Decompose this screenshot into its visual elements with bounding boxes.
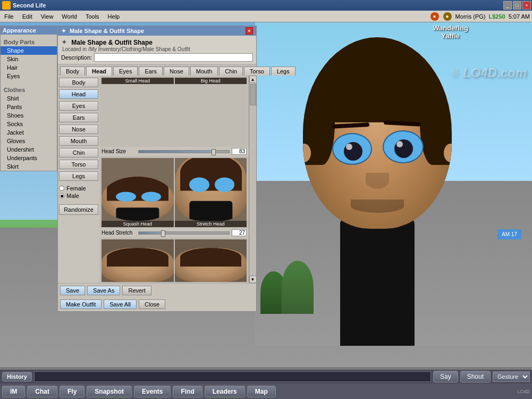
preview-cell-6[interactable] — [175, 239, 247, 282]
btn-nose[interactable]: Nose — [59, 124, 98, 134]
head-size-track[interactable] — [138, 150, 230, 153]
save-as-button[interactable]: Save As — [87, 286, 120, 295]
appearance-undershirt[interactable]: Undershirt — [1, 145, 57, 154]
find-button[interactable]: Find — [173, 386, 202, 397]
shout-button[interactable]: Shout — [460, 371, 491, 383]
menu-world[interactable]: World — [57, 12, 81, 21]
btn-head[interactable]: Head — [59, 89, 98, 99]
head-stretch-slider-row: Head Stretch 27 — [99, 228, 249, 237]
tab-legs[interactable]: Legs — [271, 66, 295, 76]
tab-nose[interactable]: Nose — [164, 66, 189, 76]
maximize-button[interactable]: □ — [513, 1, 521, 10]
map-button[interactable]: Map — [247, 386, 276, 397]
tab-chin[interactable]: Chin — [219, 66, 243, 76]
panel-footer-row: Make Outfit Save All Close — [58, 297, 256, 311]
menu-view[interactable]: View — [37, 12, 58, 21]
head-stretch-track[interactable] — [138, 231, 230, 235]
appearance-underpants[interactable]: Underpants — [1, 154, 57, 162]
preview-big-head[interactable]: Big Head — [175, 78, 247, 84]
appearance-socks[interactable]: Socks — [1, 120, 57, 128]
tab-torso[interactable]: Torso — [244, 66, 270, 76]
preview-grid: Small Head Big Head — [99, 76, 249, 101]
gender-female[interactable]: Female — [59, 185, 98, 192]
app-icon — [2, 1, 11, 10]
menu-bar: File Edit View World Tools Help ● ● Morr… — [0, 11, 532, 22]
fly-button[interactable]: Fly — [60, 386, 85, 397]
appearance-skirt[interactable]: Skirt — [1, 162, 57, 171]
appearance-panel: Appearance Body Parts Shape Skin Hair Ey… — [0, 26, 57, 171]
scroll-down[interactable]: ▼ — [249, 276, 257, 283]
close-button[interactable]: × — [522, 1, 531, 10]
btn-ears[interactable]: Ears — [59, 113, 98, 122]
im-button[interactable]: IM — [2, 386, 25, 397]
stretch-head-label: Stretch Head — [175, 221, 247, 227]
face-preview-6 — [175, 248, 247, 282]
chat-input-field[interactable] — [34, 371, 431, 382]
chat-button[interactable]: Chat — [27, 386, 57, 397]
radio-female[interactable] — [59, 186, 64, 191]
appearance-shirt[interactable]: Shirt — [1, 94, 57, 103]
face-preview-5 — [102, 248, 174, 282]
window-controls[interactable]: _ □ × — [503, 1, 531, 10]
tab-head[interactable]: Head — [86, 66, 112, 76]
appearance-gloves[interactable]: Gloves — [1, 137, 57, 145]
preview-small-head[interactable]: Small Head — [102, 78, 174, 84]
head-size-thumb[interactable] — [212, 149, 216, 155]
tab-mouth[interactable]: Mouth — [190, 66, 218, 76]
tab-eyes[interactable]: Eyes — [113, 66, 138, 76]
btn-legs[interactable]: Legs — [59, 171, 98, 181]
tab-ears[interactable]: Ears — [139, 66, 163, 76]
female-label: Female — [66, 185, 86, 192]
leaders-button[interactable]: Leaders — [205, 386, 245, 397]
snapshot-button[interactable]: Snapshot — [87, 386, 132, 397]
appearance-shape[interactable]: Shape — [1, 46, 57, 55]
preview-row-3 — [99, 239, 249, 282]
save-button[interactable]: Save — [60, 286, 85, 295]
scroll-thumb[interactable] — [250, 84, 256, 105]
tab-body[interactable]: Body — [60, 66, 85, 76]
randomize-button[interactable]: Randomize — [59, 204, 98, 215]
btn-body[interactable]: Body — [59, 78, 98, 87]
head-stretch-thumb[interactable] — [161, 230, 165, 237]
gesture-select[interactable]: Gesture — [493, 371, 530, 382]
events-button[interactable]: Events — [134, 386, 171, 397]
status-icon-1: ● — [430, 12, 439, 21]
menu-help[interactable]: Help — [104, 12, 124, 21]
btn-chin[interactable]: Chin — [59, 148, 98, 157]
appearance-hair[interactable]: Hair — [1, 63, 57, 72]
say-button[interactable]: Say — [433, 371, 458, 383]
panel-close-button[interactable]: × — [246, 27, 253, 35]
save-all-button[interactable]: Save All — [104, 300, 137, 309]
close-button[interactable]: Close — [139, 300, 165, 309]
radio-male[interactable] — [59, 193, 64, 198]
history-button[interactable]: History — [2, 372, 32, 381]
appearance-eyes[interactable]: Eyes — [1, 72, 57, 80]
face-squash-head — [102, 177, 174, 221]
appearance-jacket[interactable]: Jacket — [1, 128, 57, 137]
clothes-section: Clothes — [1, 86, 57, 94]
menu-edit[interactable]: Edit — [18, 12, 37, 21]
menu-file[interactable]: File — [0, 12, 18, 21]
minimize-button[interactable]: _ — [503, 1, 512, 10]
appearance-pants[interactable]: Pants — [1, 103, 57, 111]
btn-torso[interactable]: Torso — [59, 160, 98, 169]
description-input[interactable] — [94, 53, 253, 62]
preview-stretch-head[interactable]: Stretch Head — [175, 158, 247, 227]
gender-male[interactable]: Male — [59, 193, 98, 199]
preview-cell-5[interactable] — [102, 239, 174, 282]
appearance-shoes[interactable]: Shoes — [1, 111, 57, 120]
preview-squash-head[interactable]: Squash Head — [102, 158, 174, 227]
revert-button[interactable]: Revert — [122, 286, 151, 295]
avatar-scene: AM 17 — [255, 16, 532, 346]
male-label: Male — [66, 193, 79, 199]
appearance-skin[interactable]: Skin — [1, 55, 57, 63]
btn-mouth[interactable]: Mouth — [59, 136, 98, 146]
scroll-up[interactable]: ▲ — [249, 76, 257, 83]
head-stretch-value: 27 — [232, 229, 247, 236]
make-outfit-button[interactable]: Make Outfit — [60, 300, 102, 309]
slider-area-2: Head Stretch 27 — [99, 228, 249, 237]
menu-tools[interactable]: Tools — [81, 12, 104, 21]
description-row: Description: — [61, 53, 253, 62]
btn-eyes[interactable]: Eyes — [59, 101, 98, 111]
body-parts-section: Body Parts — [1, 38, 57, 46]
